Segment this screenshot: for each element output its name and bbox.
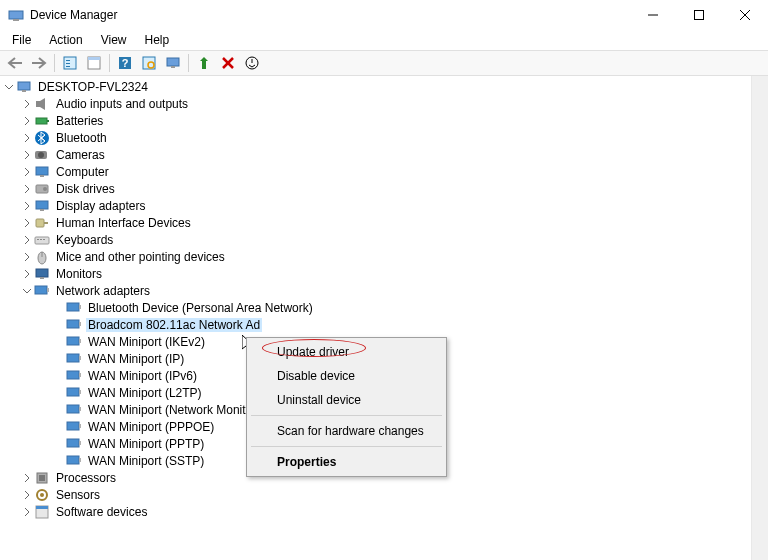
svg-rect-7: [66, 60, 70, 61]
svg-rect-49: [67, 320, 79, 328]
svg-rect-59: [67, 405, 79, 413]
tree-category-network[interactable]: Network adapters: [0, 282, 751, 299]
context-menu-disable-device[interactable]: Disable device: [249, 364, 444, 388]
close-button[interactable]: [722, 0, 768, 30]
expand-icon[interactable]: [20, 489, 32, 501]
expand-icon[interactable]: [20, 268, 32, 280]
context-menu-uninstall-device[interactable]: Uninstall device: [249, 388, 444, 412]
context-menu-scan-hardware[interactable]: Scan for hardware changes: [249, 419, 444, 443]
spacer: [52, 421, 64, 433]
spacer: [52, 302, 64, 314]
expand-icon[interactable]: [20, 251, 32, 263]
tree-category[interactable]: Keyboards: [0, 231, 751, 248]
cpu-icon: [34, 470, 50, 486]
svg-rect-37: [35, 237, 49, 244]
svg-rect-44: [40, 277, 44, 279]
speaker-icon: [34, 96, 50, 112]
collapse-icon[interactable]: [20, 285, 32, 297]
uninstall-device-button[interactable]: [217, 52, 239, 74]
tree-root[interactable]: DESKTOP-FVL2324: [0, 78, 751, 95]
svg-rect-35: [36, 219, 44, 227]
expand-icon[interactable]: [20, 166, 32, 178]
tree-category[interactable]: Sensors: [0, 486, 751, 503]
svg-rect-50: [79, 322, 81, 326]
monitor-icon: [34, 198, 50, 214]
menu-file[interactable]: File: [4, 31, 39, 49]
tree-category-label: Disk drives: [54, 182, 117, 196]
tree-category-label: Mice and other pointing devices: [54, 250, 227, 264]
mouse-icon: [34, 249, 50, 265]
tree-category[interactable]: Disk drives: [0, 180, 751, 197]
keyboard-icon: [34, 232, 50, 248]
svg-rect-62: [79, 424, 81, 428]
context-menu-properties[interactable]: Properties: [249, 450, 444, 474]
svg-rect-66: [79, 458, 81, 462]
minimize-button[interactable]: [630, 0, 676, 30]
network-adapter-icon: [66, 334, 82, 350]
tree-category[interactable]: Bluetooth: [0, 129, 751, 146]
tree-category[interactable]: Human Interface Devices: [0, 214, 751, 231]
expand-icon[interactable]: [20, 115, 32, 127]
content-area: DESKTOP-FVL2324 Audio inputs and outputs…: [0, 76, 768, 560]
expand-icon[interactable]: [20, 472, 32, 484]
titlebar: Device Manager: [0, 0, 768, 30]
monitor-button[interactable]: [162, 52, 184, 74]
network-adapter-icon: [66, 300, 82, 316]
show-hide-console-tree-button[interactable]: [59, 52, 81, 74]
tree-category[interactable]: Computer: [0, 163, 751, 180]
spacer: [52, 353, 64, 365]
menu-help[interactable]: Help: [137, 31, 178, 49]
svg-rect-45: [35, 286, 47, 294]
tree-category-label: Monitors: [54, 267, 104, 281]
tree-category[interactable]: Software devices: [0, 503, 751, 520]
menu-view[interactable]: View: [93, 31, 135, 49]
help-button[interactable]: ?: [114, 52, 136, 74]
expand-icon[interactable]: [20, 217, 32, 229]
svg-rect-9: [66, 66, 70, 67]
scan-hardware-button[interactable]: [138, 52, 160, 74]
tree-category[interactable]: Cameras: [0, 146, 751, 163]
network-adapter-icon: [66, 402, 82, 418]
expand-icon[interactable]: [20, 98, 32, 110]
menu-action[interactable]: Action: [41, 31, 90, 49]
network-adapter-icon: [66, 436, 82, 452]
svg-rect-30: [40, 175, 44, 177]
svg-rect-60: [79, 407, 81, 411]
context-menu: Update driver Disable device Uninstall d…: [246, 337, 447, 477]
collapse-icon[interactable]: [2, 81, 14, 93]
svg-point-28: [38, 152, 44, 158]
expand-icon[interactable]: [20, 149, 32, 161]
camera-icon: [34, 147, 50, 163]
maximize-button[interactable]: [676, 0, 722, 30]
tree-category[interactable]: Monitors: [0, 265, 751, 282]
context-menu-update-driver[interactable]: Update driver: [249, 340, 444, 364]
tree-category[interactable]: Mice and other pointing devices: [0, 248, 751, 265]
spacer: [52, 438, 64, 450]
svg-rect-11: [88, 57, 100, 60]
tree-category[interactable]: Audio inputs and outputs: [0, 95, 751, 112]
vertical-scrollbar[interactable]: [751, 76, 768, 560]
enable-device-button[interactable]: [193, 52, 215, 74]
svg-rect-22: [22, 90, 26, 92]
expand-icon[interactable]: [20, 200, 32, 212]
forward-button[interactable]: [28, 52, 50, 74]
expand-icon[interactable]: [20, 506, 32, 518]
expand-icon[interactable]: [20, 132, 32, 144]
properties-button[interactable]: [83, 52, 105, 74]
tree-device-label: WAN Miniport (L2TP): [86, 386, 204, 400]
update-driver-button[interactable]: [241, 52, 263, 74]
computer-icon: [16, 79, 32, 95]
menubar: File Action View Help: [0, 30, 768, 50]
tree-device[interactable]: Broadcom 802.11ac Network Ad: [0, 316, 751, 333]
network-adapter-icon: [66, 317, 82, 333]
tree-category[interactable]: Display adapters: [0, 197, 751, 214]
tree-category[interactable]: Batteries: [0, 112, 751, 129]
tree-device-label: Broadcom 802.11ac Network Ad: [86, 318, 262, 332]
back-button[interactable]: [4, 52, 26, 74]
expand-icon[interactable]: [20, 234, 32, 246]
device-tree[interactable]: DESKTOP-FVL2324 Audio inputs and outputs…: [0, 76, 751, 560]
svg-rect-34: [40, 209, 44, 211]
tree-device[interactable]: Bluetooth Device (Personal Area Network): [0, 299, 751, 316]
tree-category-label: Cameras: [54, 148, 107, 162]
expand-icon[interactable]: [20, 183, 32, 195]
